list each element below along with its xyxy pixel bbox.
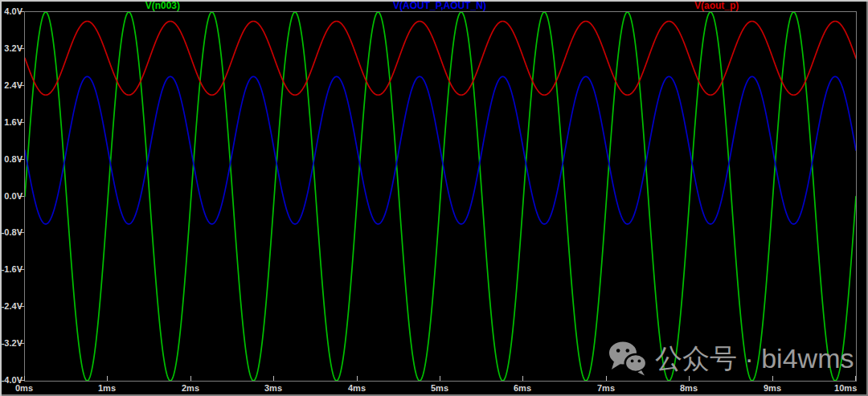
y-tick-label: 2.4V <box>1 80 23 90</box>
y-tick-label: 1.6V <box>1 117 23 127</box>
x-tick <box>107 376 108 381</box>
x-tick <box>273 376 274 381</box>
x-tick-label: 8ms <box>680 383 698 393</box>
x-tick-label: 3ms <box>264 383 282 393</box>
x-tick-label: 5ms <box>431 383 448 393</box>
legend-label-v-aout-p-[interactable]: V(aout_p) <box>578 1 855 11</box>
x-tick-label: 2ms <box>182 383 199 393</box>
x-tick <box>440 376 440 381</box>
x-tick <box>190 376 191 381</box>
x-tick <box>522 376 523 381</box>
y-tick-label: -2.4V <box>1 301 23 311</box>
trace-v-n003- <box>25 12 856 381</box>
legend-label-v-n003-[interactable]: V(n003) <box>24 1 301 11</box>
x-tick-label: 9ms <box>764 383 781 393</box>
x-tick-label: 10ms <box>834 383 857 393</box>
y-tick-label: -0.8V <box>1 227 23 237</box>
y-tick-label: 0.0V <box>1 191 23 201</box>
waveform-viewer-window: V(n003)V(AOUT_P,AOUT_N)V(aout_p) 4.0V3.2… <box>0 0 868 396</box>
y-tick-label: 4.0V <box>1 6 23 16</box>
wechat-icon <box>608 341 647 376</box>
y-tick-label: 3.2V <box>1 43 23 53</box>
x-tick <box>606 376 607 381</box>
x-tick <box>357 376 358 381</box>
x-tick-label: 4ms <box>348 383 366 393</box>
x-tick-label: 1ms <box>98 383 116 393</box>
y-tick-label: -1.6V <box>1 264 23 274</box>
x-tick <box>772 376 773 381</box>
x-tick <box>855 376 856 381</box>
watermark: 公众号 · bi4wms <box>608 341 854 376</box>
legend-row: V(n003)V(AOUT_P,AOUT_N)V(aout_p) <box>24 0 855 11</box>
plot-area[interactable] <box>24 11 857 382</box>
x-tick-label: 6ms <box>514 383 531 393</box>
y-tick-label: 0.8V <box>1 154 23 164</box>
waveform-canvas <box>25 12 856 381</box>
legend-label-v-aout-p-aout-n-[interactable]: V(AOUT_P,AOUT_N) <box>301 1 579 11</box>
trace-v-aout-p- <box>25 21 856 95</box>
x-tick <box>689 376 690 381</box>
y-tick-label: -3.2V <box>1 338 23 348</box>
x-tick-label: 7ms <box>597 383 615 393</box>
x-tick-label: 0ms <box>15 383 33 393</box>
watermark-text: 公众号 · bi4wms <box>655 341 854 376</box>
x-tick <box>24 376 25 381</box>
